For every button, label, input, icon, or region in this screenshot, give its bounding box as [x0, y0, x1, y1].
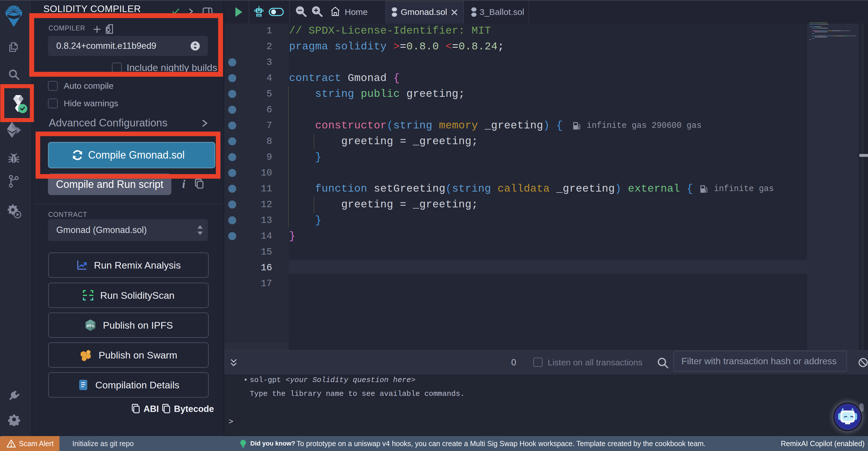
svg-text:IPFS: IPFS — [86, 324, 94, 328]
